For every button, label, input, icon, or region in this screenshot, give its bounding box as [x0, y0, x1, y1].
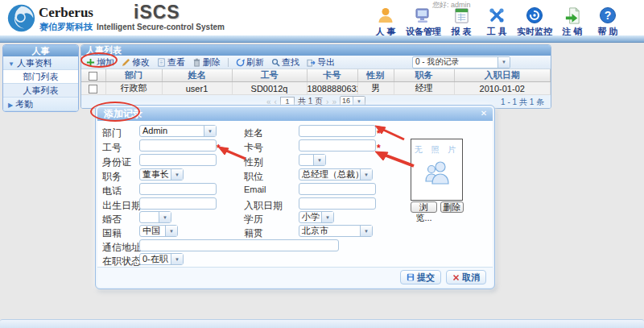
- nationality-label: 国籍: [102, 226, 122, 240]
- native-place-select[interactable]: 北京市▼: [299, 225, 373, 237]
- education-select[interactable]: 小学▼: [299, 211, 334, 223]
- photo-delete-button[interactable]: 删除: [440, 201, 464, 213]
- browse-button[interactable]: 浏览...: [411, 201, 437, 213]
- refresh-icon: [236, 58, 245, 67]
- dialog-footer: 提交 取消: [97, 267, 493, 287]
- chevron-down-icon[interactable]: ▼: [321, 212, 333, 222]
- id-card-input[interactable]: [139, 154, 217, 166]
- select-all-checkbox[interactable]: [81, 69, 105, 82]
- id-card-label: 身份证: [102, 156, 131, 169]
- email-input[interactable]: [299, 183, 376, 195]
- status-select[interactable]: 0-在职▼: [139, 253, 184, 265]
- page: Cerberus 赛伯罗斯科技 iSCS Intelligent Secure-…: [0, 0, 644, 328]
- chevron-down-icon[interactable]: ▼: [313, 155, 325, 165]
- nav-realtime-monitor[interactable]: 实时监控: [517, 4, 552, 38]
- chevron-down-icon[interactable]: ▼: [204, 126, 216, 136]
- married-select[interactable]: ▼: [139, 211, 171, 223]
- nav-logout[interactable]: 注 销: [557, 4, 588, 38]
- save-icon: [407, 273, 415, 281]
- name-input[interactable]: [299, 125, 376, 137]
- edit-icon: [122, 58, 130, 67]
- cell: 2010-01-02: [454, 82, 551, 95]
- nav-help[interactable]: ? 帮 助: [592, 4, 623, 38]
- cell: 男: [357, 82, 394, 95]
- dialog-title: 添加记录: [97, 107, 493, 121]
- column-header[interactable]: 部门: [105, 69, 162, 82]
- column-header[interactable]: 性别: [357, 69, 394, 82]
- birth-date-input[interactable]: [139, 197, 217, 210]
- x-icon: [452, 274, 460, 281]
- gender-select[interactable]: ▼: [299, 154, 326, 166]
- cell: user1: [162, 82, 232, 95]
- column-header[interactable]: 工号: [232, 69, 307, 82]
- phone-input[interactable]: [139, 183, 217, 195]
- column-header[interactable]: 卡号: [307, 69, 357, 82]
- monitor-icon: [525, 4, 544, 25]
- table-row[interactable]: 行政部 user1 SD0012q 18088880632 男 经理 2010-…: [81, 82, 551, 95]
- chevron-down-icon[interactable]: ▼: [360, 169, 372, 180]
- hire-date-input[interactable]: [299, 197, 376, 210]
- address-input[interactable]: [139, 239, 339, 251]
- cell: SD0012q: [232, 82, 307, 95]
- pagination-summary: 1 - 1 共 1 条: [501, 97, 544, 108]
- card-no-label: 卡号: [244, 141, 263, 155]
- cell: 经理: [394, 82, 454, 95]
- dept-label: 部门: [102, 127, 122, 140]
- birth-date-label: 出生日期: [102, 199, 141, 213]
- toolbar-separator: [228, 58, 229, 67]
- sidebar-title: 人事: [3, 45, 78, 56]
- dept-select[interactable]: Admin▼: [139, 125, 217, 137]
- edit-button[interactable]: 修改: [122, 56, 150, 69]
- header-divider: [0, 35, 644, 43]
- nav-device-management[interactable]: 设备管理: [406, 4, 441, 38]
- annotation-circle-dialog-title: [90, 102, 140, 122]
- sidebar-group-personnel-data[interactable]: ▼人事资料: [3, 56, 78, 70]
- chevron-down-icon[interactable]: ▼: [497, 57, 510, 68]
- nationality-select[interactable]: 中国▼: [139, 225, 178, 237]
- view-button[interactable]: 查看: [157, 56, 185, 69]
- tools-icon: [487, 4, 506, 25]
- record-filter-select[interactable]: 0 - 我的记录 ▼: [412, 56, 510, 69]
- search-button[interactable]: 查找: [271, 56, 299, 69]
- sidebar-item-department-list[interactable]: 部门列表: [3, 70, 78, 84]
- chevron-down-icon[interactable]: ▼: [171, 254, 183, 264]
- position-label: 职位: [244, 170, 263, 184]
- column-header[interactable]: 职务: [394, 69, 454, 82]
- column-header[interactable]: 姓名: [162, 69, 232, 82]
- position-select[interactable]: 总经理（总裁）▼: [299, 168, 373, 181]
- chevron-right-icon: ▶: [8, 102, 13, 109]
- close-icon[interactable]: ✕: [479, 109, 489, 118]
- native-place-label: 籍贯: [244, 226, 263, 240]
- brand-name: Cerberus: [39, 5, 93, 21]
- hire-date-label: 入职日期: [244, 199, 283, 213]
- add-record-dialog: 添加记录 ✕ 部门 Admin▼ 姓名 * 工号 * 卡号 * 身份证 性别 ▼…: [95, 105, 495, 289]
- row-checkbox[interactable]: [81, 82, 105, 95]
- nav-personnel[interactable]: 人 事: [370, 4, 401, 38]
- card-no-input[interactable]: [299, 139, 376, 152]
- chevron-down-icon[interactable]: ▼: [159, 212, 171, 222]
- report-icon: [452, 4, 471, 25]
- sidebar-item-personnel-list[interactable]: 人事列表: [3, 84, 78, 98]
- submit-button[interactable]: 提交: [400, 270, 441, 284]
- table-header-row: 部门 姓名 工号 卡号 性别 职务 入职日期: [81, 69, 551, 82]
- annotation-circle-add-button: [80, 52, 118, 68]
- cancel-button[interactable]: 取消: [446, 270, 486, 284]
- cell: 行政部: [105, 82, 162, 95]
- duty-select[interactable]: 董事长▼: [139, 168, 184, 181]
- delete-button[interactable]: 删除: [192, 56, 221, 69]
- logout-icon: [564, 4, 582, 25]
- sidebar-group-attendance[interactable]: ▶考勤: [3, 98, 78, 111]
- work-id-input[interactable]: [139, 139, 217, 152]
- export-button[interactable]: 导出: [307, 56, 335, 69]
- refresh-button[interactable]: 刷新: [236, 56, 264, 69]
- chevron-down-icon: ▼: [8, 60, 14, 68]
- nav-tools[interactable]: 工 具: [481, 4, 512, 38]
- nav-reports[interactable]: 报 表: [446, 4, 477, 38]
- photo-placeholder: 无 照 片: [411, 139, 463, 201]
- chevron-down-icon[interactable]: ▼: [171, 169, 183, 180]
- chevron-down-icon[interactable]: ▼: [360, 226, 372, 236]
- help-icon: ?: [598, 4, 617, 25]
- top-nav: 人 事 设备管理 报 表 工 具 实时监控 注 销: [370, 4, 623, 38]
- chevron-down-icon[interactable]: ▼: [165, 226, 177, 236]
- column-header[interactable]: 入职日期: [454, 69, 551, 82]
